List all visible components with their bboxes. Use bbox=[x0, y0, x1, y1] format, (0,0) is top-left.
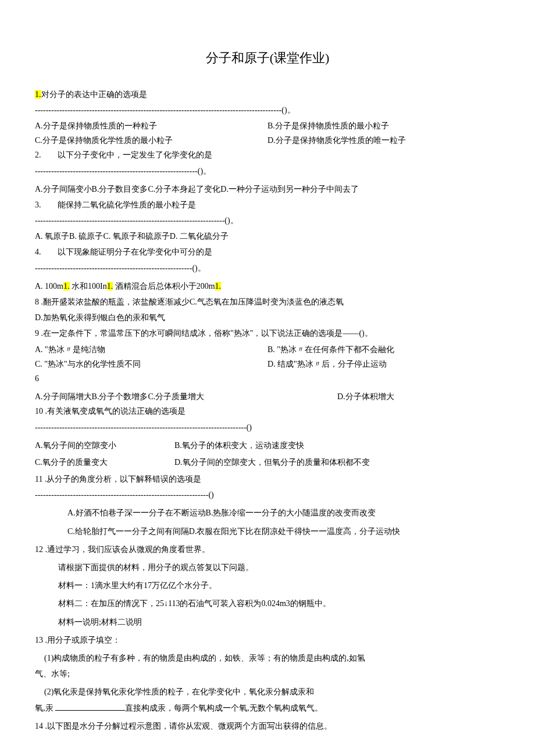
q10-marker: 10 bbox=[35, 407, 43, 415]
q11-dashes: ----------------------------------------… bbox=[35, 488, 500, 502]
q11-text: .从分子的角度分析，以下解释错误的选项是 bbox=[42, 475, 201, 483]
q13-text: .用分子或原子填空： bbox=[43, 636, 120, 644]
q12-line2: 材料一：1滴水里大约有17万亿亿个水分子。 bbox=[35, 578, 500, 593]
q2-stem: 2. 以下分子变化中，一定发生了化学变化的是 bbox=[35, 148, 500, 162]
q1-text: 对分子的表达中正确的选项是 bbox=[41, 90, 147, 99]
blank-line bbox=[55, 703, 125, 711]
q9-opt-c: C. "热冰"与水的化学性质不同 bbox=[35, 357, 268, 371]
q6-opt-abc: A.分子间隔增大B.分子个数增多C.分子质量增大 bbox=[35, 389, 337, 404]
q1-dashes: ----------------------------------------… bbox=[35, 103, 500, 117]
q3-marker: 3. bbox=[35, 200, 41, 209]
q3-options: A. 氧原子B. 硫原子C. 氧原子和硫原子D. 二氧化硫分子 bbox=[35, 229, 500, 243]
q12-marker: 12 bbox=[35, 545, 43, 554]
q10-opt-c: C.氧分子的质量变大 bbox=[35, 455, 174, 470]
q9-marker: 9 bbox=[35, 329, 39, 338]
q9-opt-a: A. "热冰〃是纯洁物 bbox=[35, 342, 268, 357]
q12-line3: 材料二：在加压的情况下，25↓113的石油气可装入容积为0.024m3的钢瓶中。 bbox=[35, 596, 500, 611]
q8-stem: 8 .翻开盛装浓盐酸的瓶盖，浓盐酸逐渐减少C.气态氧在加压降温时变为淡蓝色的液态… bbox=[35, 295, 500, 309]
q10-stem: 10 .有关液氧变成氧气的说法正确的选项是 bbox=[35, 404, 500, 418]
q9-opt-d: D. 结成"热冰〃后，分子停止运动 bbox=[268, 357, 500, 371]
q9-text: .在一定条件下，常温常压下的水可瞬间结成冰，俗称"热冰"，以下说法正确的选项是—… bbox=[39, 329, 373, 338]
q1-opt-d: D.分子是保持物质化学性质的唯一粒子 bbox=[268, 133, 500, 148]
q9-opt-b: B. "热冰〃在任何条件下都不会融化 bbox=[268, 342, 500, 357]
q4-dashes: ----------------------------------------… bbox=[35, 261, 500, 275]
q13-line2b: 氧,汞 直接构成汞，每两个氧构成一个氧,无数个氧构成氧气。 bbox=[35, 701, 500, 715]
q8-opt-d: D.加热氧化汞得到银白色的汞和氧气 bbox=[35, 310, 500, 325]
q3-stem: 3. 能保持二氧化硫化学性质的最小粒子是 bbox=[35, 198, 500, 212]
q11-marker: 11 bbox=[35, 475, 42, 483]
q2-marker: 2. bbox=[35, 151, 41, 159]
q12-text: .通过学习，我们应该会从微观的角度看世界。 bbox=[43, 545, 210, 554]
q11-stem: 11 .从分子的角度分析，以下解释错误的选项是 bbox=[35, 472, 500, 486]
q4-marker: 4. bbox=[35, 248, 41, 256]
q13-line1b: 气、水等; bbox=[35, 667, 500, 681]
q11-opt-ab: A.好酒不怕巷子深一一分子在不断运动B.热胀冷缩一一分子的大小随温度的改变而改变 bbox=[35, 506, 500, 520]
q12-stem: 12 .通过学习，我们应该会从微观的角度看世界。 bbox=[35, 542, 500, 557]
q4-opt-a: A. 100m1. 水和100In1. 酒精混合后总体积小于200m1. bbox=[35, 279, 500, 293]
q2-options: A.分子间隔变小B.分子数目变多C.分子本身起了变化D.一种分子运动到另一种分子… bbox=[35, 182, 500, 196]
q1-stem: 1.对分子的表达中正确的选项是 bbox=[35, 87, 500, 102]
q9-stem: 9 .在一定条件下，常温常压下的水可瞬间结成冰，俗称"热冰"，以下说法正确的选项… bbox=[35, 326, 500, 341]
q8-text: .翻开盛装浓盐酸的瓶盖，浓盐酸逐渐减少C.气态氧在加压降温时变为淡蓝色的液态氧 bbox=[39, 298, 344, 306]
q2-dashes: ----------------------------------------… bbox=[35, 164, 500, 178]
q11-opt-cd: C.给轮胎打气一一分子之间有间隔D.衣服在阳光下比在阴凉处干得快一一温度高，分子… bbox=[35, 524, 500, 539]
q12-line1: 请根据下面提供的材料，用分子的观点答复以下问题。 bbox=[35, 560, 500, 575]
q14-stem: 14 .以下图是水分子分解过程示意图，请你从宏观、微观两个方面写出获得的信息。 bbox=[35, 719, 500, 733]
q12-line4: 材料一说明;材料二说明 bbox=[35, 615, 500, 629]
q6-opt-d: D.分子体积增大 bbox=[337, 389, 500, 404]
q2-text: 以下分子变化中，一定发生了化学变化的是 bbox=[58, 151, 212, 159]
q3-dashes: ----------------------------------------… bbox=[35, 213, 500, 228]
q10-opt-b: B.氧分子的体积变大，运动速度变快 bbox=[174, 438, 500, 453]
q3-text: 能保持二氧化硫化学性质的最小粒子是 bbox=[58, 200, 196, 209]
q1-opt-b: B.分子是保持物质性质的最小粒子 bbox=[268, 119, 500, 133]
q10-dashes: ----------------------------------------… bbox=[35, 420, 500, 435]
q4-stem: 4. 以下现象能证明分子在化学变化中可分的是 bbox=[35, 245, 500, 259]
q13-line2a: (2)氧化汞是保持氧化汞化学性质的粒子，在化学变化中，氧化汞分解成汞和 bbox=[35, 685, 500, 699]
q13-stem: 13 .用分子或原子填空： bbox=[35, 633, 500, 647]
q10-opt-d: D.氧分子间的空隙变大，但氧分子的质量和体积都不变 bbox=[174, 455, 500, 470]
q6-marker: 6 bbox=[35, 371, 500, 386]
q1-opt-c: C.分子是保持物质化学性质的最小粒子 bbox=[35, 133, 268, 148]
q13-marker: 13 bbox=[35, 636, 43, 644]
q10-text: .有关液氧变成氧气的说法正确的选项是 bbox=[43, 407, 186, 415]
q13-line1: (1)构成物质的粒子有多种，有的物质是由构成的，如铁、汞等；有的物质是由构成的,… bbox=[35, 651, 500, 665]
q1-marker: 1. bbox=[35, 90, 41, 99]
q14-marker: 14 bbox=[35, 722, 43, 730]
q4-text: 以下现象能证明分子在化学变化中可分的是 bbox=[58, 248, 212, 256]
q10-opt-a: A.氧分子间的空隙变小 bbox=[35, 438, 174, 453]
page-title: 分子和原子(课堂作业) bbox=[35, 46, 500, 70]
q8-marker: 8 bbox=[35, 298, 39, 306]
q14-text: .以下图是水分子分解过程示意图，请你从宏观、微观两个方面写出获得的信息。 bbox=[43, 722, 332, 730]
q1-opt-a: A.分子是保持物质性质的一种粒子 bbox=[35, 119, 268, 133]
